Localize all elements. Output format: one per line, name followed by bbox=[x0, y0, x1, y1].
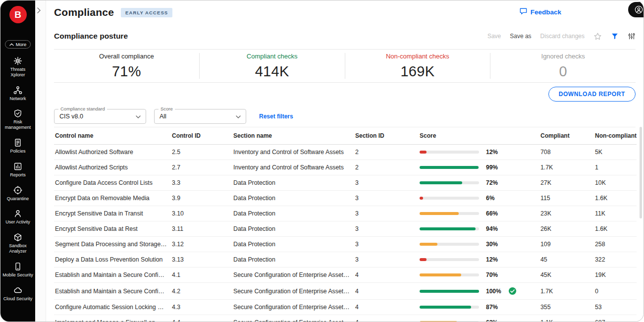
risk-management-icon bbox=[13, 109, 22, 118]
download-row: DOWNLOAD REPORT bbox=[54, 83, 636, 106]
score-percent: 72% bbox=[486, 179, 498, 186]
discard-changes-button[interactable]: Discard changes bbox=[540, 33, 585, 40]
favorite-star-icon[interactable] bbox=[593, 32, 602, 41]
table-header-row: Control nameControl IDSection nameSectio… bbox=[54, 127, 637, 145]
score-filter-select[interactable]: Score All bbox=[154, 109, 246, 124]
score-percent: 70% bbox=[486, 271, 498, 278]
sidebar-item-reports[interactable]: Reports bbox=[0, 158, 35, 182]
compliance-standard-label: Compliance standard bbox=[58, 106, 107, 111]
table-row[interactable]: Deploy a Data Loss Prevention Solution3.… bbox=[54, 252, 637, 268]
compliant-count-cell: 1.7K bbox=[539, 283, 594, 300]
score-cell: 70% bbox=[419, 268, 539, 283]
table-row[interactable]: Encrypt Sensitive Data in Transit3.10Dat… bbox=[54, 206, 637, 221]
sidebar-item-threats-xplorer[interactable]: Threats Xplorer bbox=[0, 53, 35, 82]
table-row[interactable]: Establish and Maintain a Secure Configur… bbox=[54, 283, 637, 300]
section-name-cell: Data Protection bbox=[232, 175, 354, 191]
control-id-cell: 3.9 bbox=[171, 191, 232, 206]
control-id-cell: 4.2 bbox=[171, 283, 232, 300]
download-report-button[interactable]: DOWNLOAD REPORT bbox=[548, 87, 636, 102]
non-compliant-count-cell: 1.6K bbox=[594, 221, 637, 237]
sidebar: B More Threats XplorerNetworkRisk manage… bbox=[0, 0, 35, 322]
compliant-count-cell: 109 bbox=[539, 237, 594, 252]
more-button-label: More bbox=[16, 42, 27, 47]
sidebar-item-user-activity[interactable]: User Activity bbox=[0, 205, 35, 229]
column-header-compliant[interactable]: Compliant bbox=[539, 127, 594, 145]
table-row[interactable]: Encrypt Data on Removable Media3.9Data P… bbox=[54, 191, 637, 206]
score-cell: 6% bbox=[419, 191, 539, 206]
control-id-cell: 4.4 bbox=[171, 315, 232, 322]
sidebar-item-sandbox-analyzer[interactable]: Sandbox Analyzer bbox=[0, 229, 35, 258]
control-name-cell: Configure Data Access Control Lists bbox=[54, 175, 171, 191]
score-cell: 99% bbox=[419, 160, 539, 175]
compliance-table: Control nameControl IDSection nameSectio… bbox=[54, 127, 637, 322]
control-id-cell: 3.3 bbox=[171, 175, 232, 191]
table-row[interactable]: Establish and Maintain a Secure Configur… bbox=[54, 268, 637, 283]
sidebar-item-label: Cloud Security bbox=[3, 296, 33, 302]
table-row[interactable]: Configure Data Access Control Lists3.3Da… bbox=[54, 175, 637, 191]
reset-filters-link[interactable]: Reset filters bbox=[259, 113, 293, 120]
table-scrollbar[interactable] bbox=[640, 127, 642, 218]
non-compliant-count-cell: 322 bbox=[594, 252, 637, 268]
score-bar bbox=[420, 181, 479, 184]
stat-value: 414K bbox=[255, 63, 289, 80]
sidebar-item-network[interactable]: Network bbox=[0, 82, 35, 106]
section-id-cell: 3 bbox=[354, 221, 419, 237]
sidebar-item-risk-management[interactable]: Risk management bbox=[0, 105, 35, 134]
column-settings-icon[interactable] bbox=[628, 32, 636, 40]
threats-xplorer-icon bbox=[13, 56, 22, 65]
column-header-score[interactable]: Score bbox=[419, 127, 539, 145]
score-bar bbox=[420, 306, 479, 309]
table-row[interactable]: Segment Data Processing and Storage Base… bbox=[54, 237, 637, 252]
score-percent: 100% bbox=[486, 288, 501, 295]
column-header-section-id[interactable]: Section ID bbox=[354, 127, 419, 145]
compliant-count-cell: 115 bbox=[539, 191, 594, 206]
mobile-security-icon bbox=[13, 262, 22, 271]
compliant-count-cell: 45K bbox=[539, 268, 594, 283]
feedback-link[interactable]: Feedback bbox=[519, 7, 561, 17]
save-button[interactable]: Save bbox=[487, 33, 501, 40]
section-name-cell: Secure Configuration of Enterprise Asset… bbox=[232, 283, 354, 300]
column-header-section-name[interactable]: Section name bbox=[232, 127, 354, 145]
section-name-cell: Data Protection bbox=[232, 221, 354, 237]
filter-funnel-icon[interactable] bbox=[611, 32, 619, 40]
control-name-cell: Deploy a Data Loss Prevention Solution bbox=[54, 252, 171, 268]
sidebar-item-label: Reports bbox=[10, 172, 26, 178]
non-compliant-count-cell: 19K bbox=[594, 268, 637, 283]
network-icon bbox=[13, 86, 22, 95]
table-row[interactable]: Allowlist Authorized Scripts2.7Inventory… bbox=[54, 160, 637, 175]
sidebar-item-label: Sandbox Analyzer bbox=[2, 243, 33, 254]
sidebar-expand-button[interactable] bbox=[37, 7, 41, 15]
non-compliant-count-cell: 53 bbox=[594, 300, 637, 315]
score-percent: 99% bbox=[486, 164, 498, 171]
control-name-cell: Encrypt Sensitive Data at Rest bbox=[54, 221, 171, 237]
more-button[interactable]: More bbox=[5, 40, 31, 49]
compliant-count-cell: 1.1K bbox=[539, 315, 594, 322]
table-row[interactable]: Allowlist Authorized Software2.5Inventor… bbox=[54, 145, 637, 160]
section-id-cell: 4 bbox=[354, 300, 419, 315]
score-cell: 12% bbox=[419, 145, 539, 160]
score-filter-value: All bbox=[160, 113, 166, 120]
brand-logo[interactable]: B bbox=[9, 6, 27, 23]
compliant-count-cell: 355 bbox=[539, 300, 594, 315]
user-account-icon[interactable] bbox=[634, 5, 644, 14]
table-row[interactable]: Implement and Manage a Firewall on Serve… bbox=[54, 315, 637, 322]
score-bar bbox=[420, 227, 479, 230]
sidebar-item-label: Risk management bbox=[2, 119, 33, 130]
column-header-control-name[interactable]: Control name bbox=[54, 127, 171, 145]
column-header-non-compliant[interactable]: Non-compliant bbox=[594, 127, 637, 145]
section-id-cell: 3 bbox=[354, 252, 419, 268]
control-name-cell: Establish and Maintain a Secure Configur… bbox=[54, 283, 171, 300]
non-compliant-count-cell: 687 bbox=[594, 315, 637, 322]
sidebar-item-mobile-security[interactable]: Mobile Security bbox=[0, 258, 35, 282]
column-header-control-id[interactable]: Control ID bbox=[171, 127, 232, 145]
control-id-cell: 3.10 bbox=[171, 206, 232, 221]
table-row[interactable]: Configure Automatic Session Locking on E… bbox=[54, 300, 637, 315]
compliance-standard-select[interactable]: Compliance standard CIS v8.0 bbox=[54, 109, 146, 124]
table-row[interactable]: Encrypt Sensitive Data at Rest3.11Data P… bbox=[54, 221, 637, 237]
sidebar-item-quarantine[interactable]: Quarantine bbox=[0, 182, 35, 206]
score-cell: 100% bbox=[419, 283, 539, 300]
sidebar-item-policies[interactable]: Policies bbox=[0, 134, 35, 158]
sidebar-collapse-strip bbox=[35, 0, 46, 322]
save-as-button[interactable]: Save as bbox=[510, 33, 531, 40]
sidebar-item-cloud-security[interactable]: Cloud Security bbox=[0, 282, 35, 306]
